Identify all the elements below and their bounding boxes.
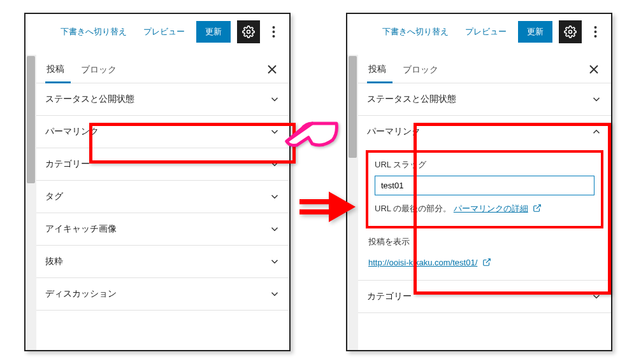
arrow-icon [299,188,357,226]
chevron-down-icon [269,158,280,170]
svg-line-9 [486,259,490,263]
url-slug-help: URL の最後の部分。 パーマリンクの詳細 [375,202,594,217]
section-categories[interactable]: カテゴリー [358,281,611,313]
close-panel-button[interactable] [583,59,605,80]
section-status[interactable]: ステータスと公開状態 [358,83,611,116]
editor-panel-after: 下書きへ切り替え プレビュー 更新 投稿 ブロック ステータスと公開状態 [346,13,612,351]
close-icon [268,65,277,74]
switch-to-draft-link[interactable]: 下書きへ切り替え [55,22,132,41]
tab-block[interactable]: ブロック [80,57,123,82]
svg-point-0 [247,31,250,34]
tab-block[interactable]: ブロック [401,57,445,82]
chevron-down-icon [269,256,280,267]
section-label: タグ [45,191,63,202]
permalink-panel-body: URL スラッグ URL の最後の部分。 パーマリンクの詳細 投稿を表示 htt… [358,148,611,281]
chevron-up-icon [591,126,602,137]
more-vertical-icon [594,25,597,38]
close-panel-button[interactable] [261,59,283,80]
section-excerpt[interactable]: 抜粋 [36,246,289,278]
section-categories[interactable]: カテゴリー [36,148,289,181]
settings-button[interactable] [237,20,260,43]
sidebar-tabs: 投稿 ブロック [358,55,611,83]
more-vertical-icon [272,25,275,38]
svg-point-1 [272,26,275,29]
chevron-down-icon [269,288,280,300]
section-label: 抜粋 [45,256,63,267]
chevron-down-icon [269,223,280,235]
editor-toolbar: 下書きへ切り替え プレビュー 更新 [347,14,611,55]
svg-point-6 [594,31,596,33]
section-permalink[interactable]: パーマリンク [358,116,611,148]
chevron-down-icon [269,126,280,137]
section-label: パーマリンク [367,126,421,137]
section-label: カテゴリー [367,291,412,302]
post-settings-panel: 投稿 ブロック ステータスと公開状態 パーマリンク URL スラッグ [358,55,611,351]
tab-post[interactable]: 投稿 [45,56,71,83]
section-label: ステータスと公開状態 [45,94,134,105]
section-tags[interactable]: タグ [36,181,289,213]
settings-button[interactable] [559,20,582,43]
view-post-link[interactable]: http://ooisi-kikaku.com/test01/ [368,258,477,267]
update-button[interactable]: 更新 [196,21,231,43]
svg-point-7 [594,35,596,38]
section-discussion[interactable]: ディスカッション [36,278,289,311]
svg-marker-12 [329,192,356,222]
view-post-label: 投稿を表示 [366,235,603,249]
section-label: ディスカッション [45,288,117,300]
svg-point-3 [272,35,275,38]
permalink-details-link[interactable]: パーマリンクの詳細 [454,204,528,213]
preview-link[interactable]: プレビュー [460,22,512,41]
switch-to-draft-link[interactable]: 下書きへ切り替え [377,22,454,41]
section-label: ステータスと公開状態 [367,94,456,105]
post-settings-panel: 投稿 ブロック ステータスと公開状態 パーマリンク カテゴリー タグ [36,55,289,351]
section-featured-image[interactable]: アイキャッチ画像 [36,213,289,246]
chevron-down-icon [591,291,602,302]
external-link-icon [482,258,491,269]
svg-rect-11 [299,209,329,214]
update-button[interactable]: 更新 [518,21,552,43]
permalink-highlight-box: URL スラッグ URL の最後の部分。 パーマリンクの詳細 [366,150,603,228]
url-slug-label: URL スラッグ [375,159,594,171]
svg-line-8 [537,205,540,209]
section-label: カテゴリー [45,158,90,170]
editor-panel-before: 下書きへ切り替え プレビュー 更新 投稿 ブロック ステータスと公開状態 [24,13,291,351]
chevron-down-icon [269,191,280,202]
external-link-icon [533,203,542,217]
close-icon [589,65,598,74]
more-options-button[interactable] [588,20,602,43]
gear-icon [242,25,255,38]
url-slug-input[interactable] [375,176,594,195]
section-status[interactable]: ステータスと公開状態 [36,83,289,116]
scrollbar[interactable] [25,55,36,351]
section-label: パーマリンク [45,126,99,137]
view-post-link-row: http://ooisi-kikaku.com/test01/ [366,258,603,269]
svg-point-4 [569,31,572,34]
chevron-down-icon [269,94,280,105]
pointer-hand-icon [280,115,339,153]
chevron-down-icon [591,94,602,105]
scrollbar-thumb[interactable] [349,56,357,158]
preview-link[interactable]: プレビュー [138,22,190,41]
scrollbar-thumb[interactable] [27,56,35,183]
editor-toolbar: 下書きへ切り替え プレビュー 更新 [25,14,289,55]
svg-point-2 [272,31,275,33]
section-permalink[interactable]: パーマリンク [36,116,289,148]
tab-post[interactable]: 投稿 [367,56,393,83]
svg-rect-10 [299,199,329,204]
more-options-button[interactable] [266,20,280,43]
section-label: アイキャッチ画像 [45,223,117,235]
url-slug-help-text: URL の最後の部分。 [375,204,454,213]
svg-point-5 [594,26,596,29]
gear-icon [564,25,577,38]
sidebar-tabs: 投稿 ブロック [36,55,289,83]
